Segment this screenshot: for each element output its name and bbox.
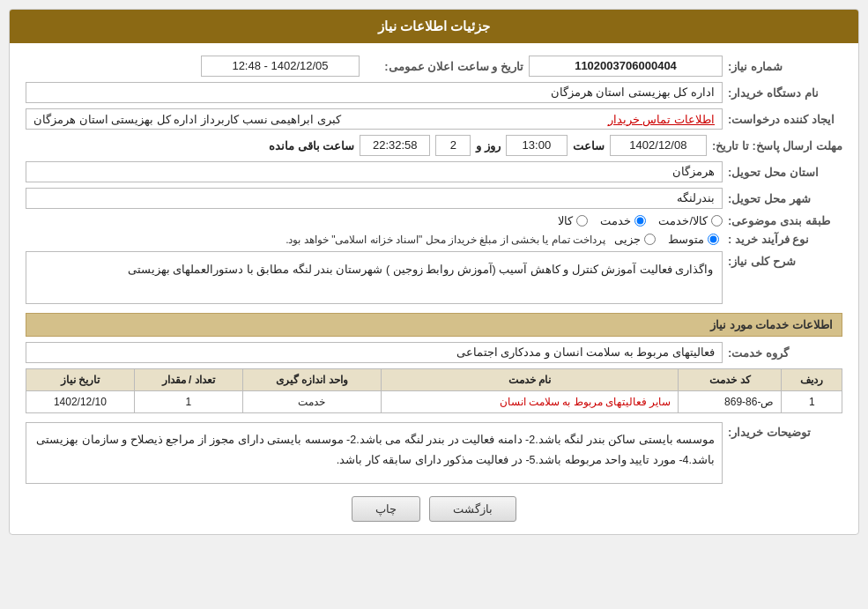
edadKonande-value: اطلاعات تماس خریدار کبری ابراهیمی نسب کا…: [26, 108, 723, 130]
cell-radif: 1: [782, 391, 842, 413]
radio-kala-khadamat-input[interactable]: [711, 215, 723, 227]
radio-kala-label: کالا: [558, 214, 573, 227]
shahr-label: شهر محل تحویل:: [728, 192, 842, 205]
row-grohe: گروه خدمت: فعالیتهای مربوط به سلامت انسا…: [26, 342, 842, 363]
shomareNiaz-value: 1102003706000404: [529, 56, 723, 77]
services-section-title: اطلاعات خدمات مورد نیاز: [26, 313, 842, 337]
radio-jozii-label: جزیی: [614, 233, 641, 246]
farayand-radio-group: متوسط جزیی: [614, 233, 719, 246]
col-code: کد خدمت: [679, 369, 782, 391]
radio-kala: کالا: [558, 214, 588, 227]
radio-khadamat: خدمت: [600, 214, 646, 227]
services-table: ردیف کد خدمت نام خدمت واحد اندازه گیری ت…: [26, 368, 842, 413]
table-row: 1 ص-86-869 سایر فعالیتهای مربوط به سلامت…: [26, 391, 842, 413]
mohlat-label: مهلت ارسال پاسخ: تا تاریخ:: [712, 139, 842, 152]
col-tarikh: تاریخ نیاز: [26, 369, 135, 391]
days-label: روز و: [476, 139, 501, 152]
namDastgah-value: اداره کل بهزیستی استان هرمزگان: [26, 82, 723, 103]
row-shomareNiaz: شماره نیاز: 1102003706000404 تاریخ و ساع…: [26, 56, 842, 77]
tozihat-label: توضیحات خریدار:: [728, 422, 842, 439]
radio-kala-khadamat-label: کالا/خدمت: [658, 214, 708, 227]
row-namDastgah: نام دستگاه خریدار: اداره کل بهزیستی استا…: [26, 82, 842, 103]
contact-link[interactable]: اطلاعات تماس خریدار: [608, 113, 715, 126]
radio-khadamat-input[interactable]: [634, 215, 646, 227]
print-button[interactable]: چاپ: [352, 496, 420, 522]
farayand-note: پرداخت تمام یا بخشی از مبلغ خریداز محل "…: [286, 234, 605, 246]
tozihat-value: موسسه بایستی ساکن بندر لنگه باشد.2- دامن…: [26, 422, 723, 484]
days-value: 2: [435, 135, 471, 156]
tabee-label: طبقه بندی موضوعی:: [728, 214, 842, 227]
radio-motevaset: متوسط: [668, 233, 719, 246]
cell-tarikh: 1402/12/10: [26, 391, 135, 413]
remaining-label: ساعت باقی مانده: [269, 139, 354, 152]
grohe-label: گروه خدمت:: [728, 346, 842, 360]
buttons-row: بازگشت چاپ: [26, 496, 842, 522]
col-name: نام خدمت: [381, 369, 678, 391]
edadKonande-label: ایجاد کننده درخواست:: [728, 113, 842, 126]
time-label: ساعت: [573, 139, 605, 152]
remaining-value: 22:32:58: [360, 135, 430, 156]
edadKonande-text: کبری ابراهیمی نسب کاربرداز اداره کل بهزی…: [33, 113, 341, 126]
main-card: جزئیات اطلاعات نیاز شماره نیاز: 11020037…: [9, 9, 859, 535]
tarikhElan-value: 1402/12/05 - 12:48: [201, 56, 360, 77]
sharh-value: واگذاری فعالیت آموزش کنترل و کاهش آسیب (…: [26, 251, 723, 304]
cell-code: ص-86-869: [679, 391, 782, 413]
row-ostan: استان محل تحویل: هرمزگان: [26, 161, 842, 182]
tarikhElan-label: تاریخ و ساعت اعلان عمومی:: [365, 60, 523, 73]
radio-motevaset-input[interactable]: [708, 234, 719, 245]
radio-kala-input[interactable]: [576, 215, 588, 227]
row-edadKonande: ایجاد کننده درخواست: اطلاعات تماس خریدار…: [26, 108, 842, 130]
radio-jozii: جزیی: [614, 233, 656, 246]
cell-vahed: خدمت: [242, 391, 381, 413]
page-title: جزئیات اطلاعات نیاز: [10, 10, 858, 43]
row-shahr: شهر محل تحویل: بندرلنگه: [26, 188, 842, 209]
row-sharh: شرح کلی نیاز: واگذاری فعالیت آموزش کنترل…: [26, 251, 842, 304]
time-value: 13:00: [506, 135, 568, 156]
date-value: 1402/12/08: [610, 135, 707, 156]
back-button[interactable]: بازگشت: [429, 496, 516, 522]
tabee-radio-group: کالا/خدمت خدمت کالا: [558, 214, 723, 227]
cell-tedad: 1: [134, 391, 242, 413]
sharh-label: شرح کلی نیاز:: [728, 251, 842, 268]
cell-name: سایر فعالیتهای مربوط به سلامت انسان: [381, 391, 678, 413]
col-radif: ردیف: [782, 369, 842, 391]
row-farayand: نوع فرآیند خرید : متوسط جزیی پرداخت تمام…: [26, 233, 842, 246]
farayand-label: نوع فرآیند خرید :: [728, 233, 842, 246]
grohe-value: فعالیتهای مربوط به سلامت انسان و مددکاری…: [26, 342, 723, 363]
ostan-value: هرمزگان: [26, 161, 723, 182]
row-mohlat: مهلت ارسال پاسخ: تا تاریخ: 1402/12/08 سا…: [26, 135, 842, 156]
shahr-value: بندرلنگه: [26, 188, 723, 209]
radio-jozii-input[interactable]: [644, 234, 656, 245]
col-vahed: واحد اندازه گیری: [242, 369, 381, 391]
row-tozihat: توضیحات خریدار: موسسه بایستی ساکن بندر ل…: [26, 422, 842, 484]
radio-kala-khadamat: کالا/خدمت: [658, 214, 723, 227]
ostan-label: استان محل تحویل:: [728, 166, 842, 179]
radio-motevaset-label: متوسط: [668, 233, 704, 246]
radio-khadamat-label: خدمت: [600, 214, 631, 227]
col-tedad: تعداد / مقدار: [134, 369, 242, 391]
namDastgah-label: نام دستگاه خریدار:: [728, 86, 842, 100]
row-tabee: طبقه بندی موضوعی: کالا/خدمت خدمت کالا: [26, 214, 842, 227]
shomareNiaz-label: شماره نیاز:: [728, 60, 842, 73]
card-body: شماره نیاز: 1102003706000404 تاریخ و ساع…: [10, 43, 858, 534]
page-wrapper: جزئیات اطلاعات نیاز شماره نیاز: 11020037…: [0, 0, 868, 609]
